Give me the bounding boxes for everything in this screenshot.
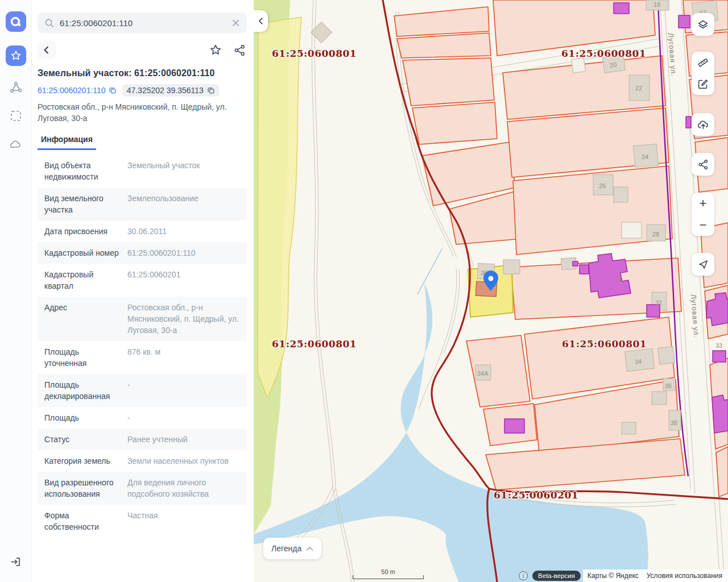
cadastral-number-link[interactable]: 61:25:0060201:110 (38, 86, 117, 95)
dashed-square-icon (10, 110, 22, 122)
svg-text:61:25:0600801: 61:25:0600801 (562, 338, 647, 350)
row-value: Частная (127, 510, 158, 533)
street-label: Луговая ул. (689, 294, 700, 338)
map-container: 18 20 22 24 26 28 30А 30 32 33 34 34А 36… (254, 0, 728, 582)
object-toolbar (38, 41, 247, 59)
row-label: Площадь уточненная (44, 346, 119, 369)
cadastral-number-text: 61:25:0060201:110 (38, 86, 106, 95)
sidebar-item-favorites[interactable] (6, 45, 26, 66)
zoom-controls: + − (692, 193, 714, 236)
legend-button[interactable]: Легенда (263, 538, 321, 559)
row-label: Кадастровый квартал (44, 269, 119, 292)
sidebar-item-cloud[interactable] (9, 138, 23, 151)
row-value: Ранее учтенный (127, 434, 188, 445)
navigation-arrow-icon (697, 259, 709, 271)
ruler-icon (697, 56, 709, 69)
clear-search-icon[interactable] (231, 19, 240, 27)
svg-text:26: 26 (599, 182, 606, 189)
collapse-panel-button[interactable] (254, 10, 268, 32)
terms-link[interactable]: Условия использования (647, 572, 722, 580)
search-input[interactable] (60, 18, 231, 28)
info-table: Вид объекта недвижимостиЗемельный участо… (38, 155, 247, 538)
back-button[interactable] (38, 41, 56, 59)
object-address: Ростовская обл., р-н Мясниковский, п. Ще… (38, 101, 247, 124)
edit-icon (697, 78, 709, 90)
scale-label: 50 m (353, 568, 424, 575)
row-value: 876 кв. м (127, 346, 160, 369)
svg-text:22: 22 (635, 85, 642, 92)
map-canvas[interactable]: 18 20 22 24 26 28 30А 30 32 33 34 34А 36… (254, 0, 728, 582)
sidebar-item-select-area[interactable] (9, 109, 23, 123)
tabs: Информация (38, 134, 247, 150)
table-row: Форма собственностиЧастная (38, 505, 247, 538)
svg-text:61:25:0600801: 61:25:0600801 (561, 48, 646, 59)
table-row: Площадь декларированная- (38, 374, 247, 407)
coordinates-text: 47.325202 39.356113 (127, 86, 204, 95)
beta-badge: Beta-версия (532, 571, 581, 581)
app-logo-icon[interactable] (6, 11, 26, 32)
map-attribution: i Beta-версия Карты © Яндекс Условия исп… (519, 569, 728, 582)
left-rail (0, 0, 32, 582)
svg-text:36: 36 (665, 383, 672, 389)
layers-icon (697, 18, 709, 31)
info-icon[interactable]: i (519, 571, 528, 580)
tab-information[interactable]: Информация (38, 135, 96, 150)
street-label: Луговая ул. (667, 32, 677, 77)
row-label: Адрес (44, 302, 119, 336)
table-row: Категория земельЗемли населенных пунктов (38, 450, 247, 472)
upload-button[interactable] (692, 113, 714, 136)
chevron-up-icon (306, 546, 313, 551)
favorite-button[interactable] (208, 43, 223, 57)
row-value: 61:25:0060201:110 (127, 247, 196, 259)
table-row: Вид разрешенного использованияДля ведени… (38, 472, 247, 505)
yandex-copyright[interactable]: Карты © Яндекс (588, 572, 639, 580)
attribution-strip: Карты © Яндекс Условия использования (583, 569, 728, 582)
share-icon (233, 44, 246, 57)
row-label: Вид земельного участка (44, 193, 119, 215)
row-value: - (127, 379, 130, 402)
app-root: Земельный участок: 61:25:0060201:110 61:… (0, 0, 728, 582)
identifier-chips: 61:25:0060201:110 47.325202 39.356113 (38, 84, 247, 97)
svg-text:24: 24 (642, 153, 648, 160)
edit-button[interactable] (692, 73, 714, 95)
info-panel: Земельный участок: 61:25:0060201:110 61:… (32, 0, 254, 582)
table-row: Площадь уточненная876 кв. м (38, 341, 247, 374)
copy-icon[interactable] (109, 86, 117, 94)
cloud-icon (9, 138, 22, 151)
table-row: СтатусРанее учтенный (38, 429, 247, 450)
cloud-upload-icon (697, 118, 710, 131)
share-icon (697, 159, 709, 171)
svg-text:30: 30 (616, 276, 623, 283)
svg-text:34: 34 (634, 357, 642, 365)
svg-text:38: 38 (671, 419, 677, 426)
zoom-out-button[interactable]: − (692, 214, 714, 236)
row-value: Для ведения личного подсобного хозяйства (127, 477, 240, 500)
sidebar-item-exit[interactable] (9, 555, 23, 568)
copy-icon[interactable] (207, 86, 215, 94)
sidebar-item-polygon[interactable] (9, 81, 23, 94)
svg-text:28: 28 (652, 231, 659, 238)
locate-button[interactable] (692, 253, 714, 276)
star-icon (10, 49, 22, 62)
plus-icon: + (700, 197, 707, 210)
chevron-left-icon (257, 17, 265, 25)
map-stream (417, 249, 442, 294)
layers-button[interactable] (692, 13, 714, 36)
row-label: Вид разрешенного использования (44, 477, 119, 500)
share-button[interactable] (232, 43, 247, 57)
svg-text:61:25:0060201: 61:25:0060201 (494, 489, 578, 501)
svg-text:61:25:0600801: 61:25:0600801 (272, 48, 357, 59)
table-row: Вид земельного участкаЗемлепользование (38, 188, 247, 221)
zoom-in-button[interactable]: + (692, 193, 714, 214)
row-label: Дата присвоения (44, 226, 119, 237)
svg-text:18: 18 (653, 1, 660, 8)
measure-edit-group (692, 52, 714, 95)
map-share-button[interactable] (692, 153, 714, 176)
exit-icon (10, 556, 22, 568)
ruler-button[interactable] (692, 52, 714, 73)
table-row: Дата присвоения30.06.2011 (38, 221, 247, 242)
coordinates-chip[interactable]: 47.325202 39.356113 (122, 84, 220, 97)
polygon-icon (9, 81, 23, 94)
svg-text:34А: 34А (477, 370, 489, 377)
row-value: Земельный участок (127, 160, 200, 182)
